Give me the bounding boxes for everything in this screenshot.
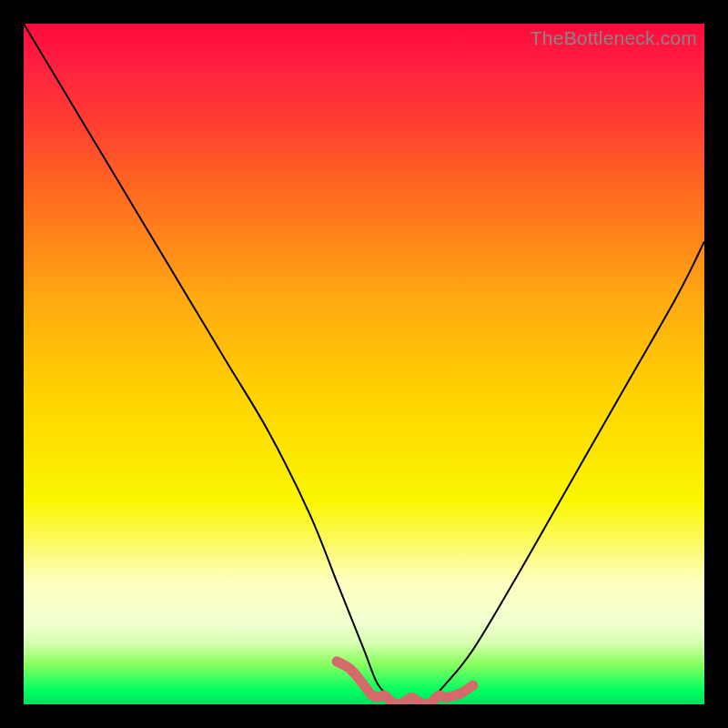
chart-frame: TheBottleneck.com: [0, 0, 728, 728]
curve-layer: [24, 24, 704, 704]
bottleneck-curve: [24, 24, 704, 704]
plot-area: TheBottleneck.com: [24, 24, 704, 704]
accent-trough: [337, 662, 473, 704]
watermark-text: TheBottleneck.com: [531, 27, 697, 49]
